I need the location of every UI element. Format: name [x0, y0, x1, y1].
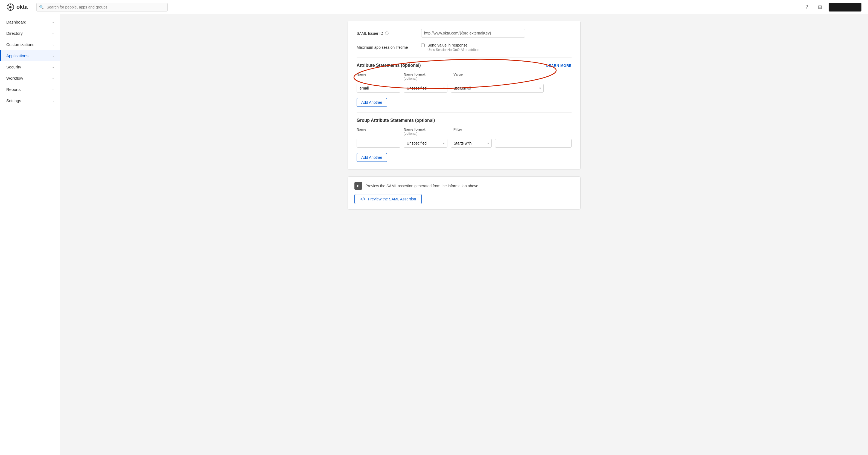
col-header-value: Value: [454, 72, 571, 81]
attr-format-select-wrap-1: Unspecified URI Reference Basic ▼: [404, 84, 447, 92]
saml-issuer-row: SAML Issuer ID ⓘ: [356, 29, 571, 37]
send-value-label: Send value in response: [428, 43, 480, 47]
preview-header: B Preview the SAML assertion generated f…: [354, 182, 574, 190]
sidebar-item-applications[interactable]: Applications ⌄: [0, 50, 60, 61]
sidebar-item-customizations[interactable]: Customizations ⌄: [0, 39, 60, 50]
checkbox-row: Send value in response Uses SessionNotOn…: [421, 43, 480, 52]
chevron-down-icon: ⌄: [52, 20, 55, 24]
app-body: Dashboard ⌄ Directory ⌄ Customizations ⌄…: [0, 14, 868, 455]
add-another-group-button[interactable]: Add Another: [356, 153, 387, 162]
sidebar-label-workflow: Workflow: [6, 76, 23, 81]
nav-right: ? ⊞: [802, 3, 862, 11]
saml-issuer-input[interactable]: [421, 29, 525, 37]
top-nav: okta 🔍 ? ⊞: [0, 0, 868, 14]
grid-button[interactable]: ⊞: [815, 3, 824, 11]
preview-saml-button[interactable]: </> Preview the SAML Assertion: [354, 194, 422, 204]
add-another-attr-button[interactable]: Add Another: [356, 98, 387, 107]
attr-format-select-1[interactable]: Unspecified URI Reference Basic: [404, 84, 447, 92]
group-filter-type-select-1[interactable]: Starts with Equals Contains Matches rege…: [451, 139, 492, 147]
attr-name-input-1[interactable]: [356, 84, 400, 92]
attr-value-wrap-1: ▼: [451, 84, 544, 92]
group-col-format: Name format (optional): [404, 127, 450, 136]
chevron-down-icon: ⌄: [52, 65, 55, 69]
group-attr-row-1: Unspecified URI Reference Basic ▼ Starts…: [356, 139, 571, 147]
attr-value-input-1[interactable]: [451, 84, 544, 92]
divider-2: [356, 112, 571, 113]
preview-saml-card: B Preview the SAML assertion generated f…: [348, 176, 581, 210]
chevron-down-icon: ⌄: [52, 76, 55, 80]
col-header-format: Name format (optional): [404, 72, 450, 81]
svg-line-6: [8, 4, 9, 5]
sidebar-item-security[interactable]: Security ⌄: [0, 61, 60, 73]
attribute-statements-title: Attribute Statements (optional): [356, 63, 421, 68]
sidebar-item-directory[interactable]: Directory ⌄: [0, 28, 60, 39]
search-input[interactable]: [36, 3, 168, 11]
svg-point-1: [9, 6, 12, 8]
group-col-name: Name: [356, 127, 400, 136]
attribute-statements-section: Attribute Statements (optional) LEARN MO…: [356, 63, 571, 107]
attribute-statements-header: Attribute Statements (optional) LEARN MO…: [356, 63, 571, 68]
chevron-down-icon: ⌄: [52, 88, 55, 91]
group-filter-type-wrap-1: Starts with Equals Contains Matches rege…: [451, 139, 492, 147]
max-session-control: Send value in response Uses SessionNotOn…: [421, 43, 480, 52]
svg-line-9: [8, 8, 9, 9]
content-wrapper: SAML Issuer ID ⓘ Maximum app session lif…: [341, 14, 587, 223]
svg-line-7: [12, 8, 13, 9]
preview-badge: B: [354, 182, 362, 190]
attribute-row-1: Unspecified URI Reference Basic ▼ ▼: [356, 84, 571, 92]
session-sub-label: Uses SessionNotOnOrAfter attribute: [428, 48, 480, 52]
group-attr-name-input-1[interactable]: [356, 139, 400, 147]
user-badge[interactable]: [829, 3, 862, 11]
sidebar-label-customizations: Customizations: [6, 42, 34, 47]
group-attr-title: Group Attribute Statements (optional): [356, 118, 435, 123]
okta-brand-text: okta: [17, 4, 28, 10]
preview-title: Preview the SAML assertion generated fro…: [365, 184, 478, 188]
sidebar-label-settings: Settings: [6, 98, 21, 103]
preview-btn-label: Preview the SAML Assertion: [368, 197, 416, 201]
sidebar-item-workflow[interactable]: Workflow ⌄: [0, 73, 60, 84]
svg-line-8: [12, 4, 13, 5]
group-filter-value-input-1[interactable]: [495, 139, 571, 147]
attr-table-header: Name Name format (optional) Value: [356, 72, 571, 82]
sidebar-label-security: Security: [6, 65, 21, 69]
sidebar-label-dashboard: Dashboard: [6, 20, 26, 24]
sidebar: Dashboard ⌄ Directory ⌄ Customizations ⌄…: [0, 14, 60, 455]
max-session-label: Maximum app session lifetime: [356, 43, 417, 50]
sidebar-label-applications: Applications: [6, 53, 28, 58]
help-icon: ?: [805, 4, 808, 10]
group-attr-header: Group Attribute Statements (optional): [356, 118, 571, 123]
group-attribute-statements-section: Group Attribute Statements (optional) Na…: [356, 118, 571, 162]
group-attr-table-header: Name Name format (optional) Filter: [356, 127, 571, 137]
search-bar[interactable]: 🔍: [36, 3, 168, 11]
chevron-down-icon: ⌄: [52, 43, 55, 46]
learn-more-link[interactable]: LEARN MORE: [547, 63, 571, 67]
sidebar-label-reports: Reports: [6, 87, 21, 92]
saml-issuer-label: SAML Issuer ID ⓘ: [356, 29, 417, 36]
group-attr-format-select-1[interactable]: Unspecified URI Reference Basic: [404, 139, 447, 147]
sidebar-item-settings[interactable]: Settings ⌄: [0, 95, 60, 106]
chevron-down-icon: ⌄: [52, 31, 55, 35]
group-col-filter: Filter: [454, 127, 571, 136]
sidebar-item-reports[interactable]: Reports ⌄: [0, 84, 60, 95]
info-icon[interactable]: ⓘ: [385, 31, 389, 36]
grid-icon: ⊞: [818, 4, 822, 10]
code-icon: </>: [360, 197, 366, 201]
help-button[interactable]: ?: [802, 3, 811, 11]
search-icon: 🔍: [39, 5, 44, 9]
max-session-row: Maximum app session lifetime Send value …: [356, 43, 571, 52]
saml-settings-card: SAML Issuer ID ⓘ Maximum app session lif…: [348, 21, 581, 170]
sidebar-item-dashboard[interactable]: Dashboard ⌄: [0, 17, 60, 28]
logo-area: okta: [6, 3, 28, 11]
chevron-down-icon: ⌄: [52, 54, 55, 57]
send-value-checkbox[interactable]: [421, 44, 425, 47]
okta-logo-icon: [6, 3, 14, 11]
sidebar-label-directory: Directory: [6, 31, 23, 36]
col-header-name: Name: [356, 72, 400, 81]
main-content: SAML Issuer ID ⓘ Maximum app session lif…: [60, 14, 868, 455]
chevron-down-icon: ⌄: [52, 99, 55, 103]
group-attr-format-wrap-1: Unspecified URI Reference Basic ▼: [404, 139, 447, 147]
